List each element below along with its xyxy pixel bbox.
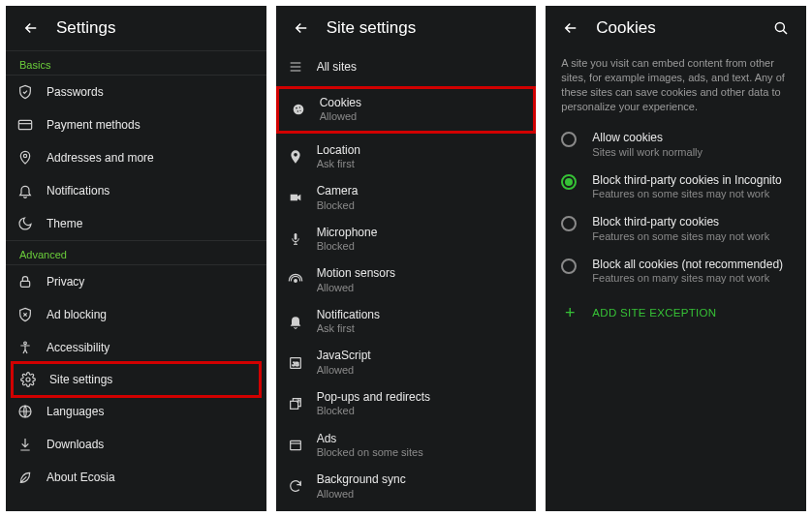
settings-item-site-settings[interactable]: Site settings bbox=[11, 361, 262, 398]
label: Block all cookies (not recommended) bbox=[592, 258, 791, 271]
location-icon bbox=[288, 149, 317, 165]
sublabel: Ask first bbox=[317, 158, 525, 170]
site-item-background-sync[interactable]: Background sync Allowed bbox=[276, 466, 537, 507]
label: Location bbox=[317, 143, 525, 157]
svg-rect-0 bbox=[18, 120, 31, 129]
settings-item-passwords[interactable]: Passwords bbox=[6, 76, 266, 108]
moon-icon bbox=[17, 216, 47, 231]
settings-panel: Settings Basics Passwords Payment method… bbox=[6, 6, 266, 511]
settings-item-notifications[interactable]: Notifications bbox=[6, 174, 266, 207]
label: All sites bbox=[317, 60, 525, 74]
sublabel: Blocked bbox=[317, 199, 525, 212]
back-button[interactable] bbox=[14, 11, 48, 46]
site-item-all-sites[interactable]: All sites bbox=[276, 50, 537, 83]
settings-item-privacy[interactable]: Privacy bbox=[6, 265, 266, 298]
label: ADD SITE EXCEPTION bbox=[592, 307, 716, 319]
svg-point-1 bbox=[23, 154, 26, 157]
svg-rect-11 bbox=[294, 233, 297, 240]
sublabel: Allowed bbox=[317, 488, 525, 501]
sublabel: Allowed bbox=[320, 110, 522, 123]
arrow-left-icon bbox=[293, 19, 310, 37]
site-item-javascript[interactable]: JS JavaScript Allowed bbox=[276, 342, 537, 383]
arrow-left-icon bbox=[562, 19, 579, 37]
settings-item-adblocking[interactable]: Ad blocking bbox=[6, 298, 266, 331]
svg-point-4 bbox=[26, 378, 30, 381]
javascript-icon: JS bbox=[288, 355, 317, 371]
shield-x-icon bbox=[17, 307, 47, 322]
lock-icon bbox=[17, 274, 47, 289]
sublabel: Sites will work normally bbox=[592, 146, 791, 158]
popup-icon bbox=[288, 396, 317, 411]
label: Pop-ups and redirects bbox=[317, 390, 525, 404]
site-item-motion-sensors[interactable]: Motion sensors Allowed bbox=[276, 259, 537, 301]
label: Notifications bbox=[47, 184, 255, 198]
settings-item-downloads[interactable]: Downloads bbox=[6, 428, 266, 461]
page-title: Settings bbox=[56, 18, 259, 38]
sublabel: Allowed bbox=[317, 364, 525, 377]
microphone-icon bbox=[288, 231, 317, 247]
settings-item-about-ecosia[interactable]: About Ecosia bbox=[6, 461, 266, 494]
bell-icon bbox=[17, 183, 47, 198]
add-site-exception-button[interactable]: + ADD SITE EXCEPTION bbox=[546, 291, 806, 335]
cookies-description: A site you visit can embed content from … bbox=[546, 50, 806, 123]
cookie-option-block-all[interactable]: Block all cookies (not recommended) Feat… bbox=[546, 250, 806, 291]
back-button[interactable] bbox=[553, 11, 588, 46]
page-title: Cookies bbox=[596, 18, 764, 38]
svg-point-12 bbox=[294, 279, 297, 282]
pin-icon bbox=[17, 150, 47, 166]
label: Site settings bbox=[49, 373, 252, 386]
accessibility-icon bbox=[17, 340, 47, 355]
radio-icon bbox=[561, 132, 577, 147]
site-item-microphone[interactable]: Microphone Blocked bbox=[276, 219, 537, 260]
header: Site settings bbox=[276, 6, 537, 50]
settings-item-languages[interactable]: Languages bbox=[6, 395, 266, 428]
label: Languages bbox=[47, 405, 255, 418]
gear-icon bbox=[20, 372, 49, 387]
settings-item-payment-methods[interactable]: Payment methods bbox=[6, 108, 266, 141]
cookie-option-allow[interactable]: Allow cookies Sites will work normally bbox=[546, 123, 806, 165]
site-settings-panel: Site settings All sites Cookies Allowed … bbox=[276, 6, 537, 511]
label: About Ecosia bbox=[47, 471, 255, 484]
settings-item-theme[interactable]: Theme bbox=[6, 207, 266, 240]
svg-point-8 bbox=[298, 107, 299, 108]
label: Downloads bbox=[47, 438, 255, 451]
label: Block third-party cookies in Incognito bbox=[592, 173, 791, 187]
site-item-ads[interactable]: Ads Blocked on some sites bbox=[276, 425, 537, 467]
header: Settings bbox=[6, 6, 266, 50]
settings-item-accessibility[interactable]: Accessibility bbox=[6, 331, 266, 364]
site-item-cookies[interactable]: Cookies Allowed bbox=[276, 86, 537, 134]
label: Notifications bbox=[317, 308, 525, 321]
site-item-notifications[interactable]: Notifications Ask first bbox=[276, 301, 537, 343]
label: Ad blocking bbox=[47, 308, 255, 321]
cookie-option-block-thirdparty[interactable]: Block third-party cookies Features on so… bbox=[546, 207, 806, 249]
cookies-panel: Cookies A site you visit can embed conte… bbox=[546, 6, 806, 511]
sublabel: Allowed bbox=[317, 282, 525, 294]
camera-icon bbox=[288, 190, 317, 205]
svg-rect-2 bbox=[20, 281, 29, 287]
svg-point-10 bbox=[299, 110, 300, 111]
radio-icon bbox=[561, 216, 577, 231]
svg-text:JS: JS bbox=[292, 360, 298, 366]
radio-icon bbox=[561, 174, 577, 190]
label: Theme bbox=[47, 217, 255, 230]
label: Camera bbox=[317, 184, 525, 198]
label: Cookies bbox=[320, 96, 522, 109]
download-icon bbox=[17, 437, 47, 452]
cookie-option-block-incognito[interactable]: Block third-party cookies in Incognito F… bbox=[546, 166, 806, 207]
svg-point-6 bbox=[293, 105, 303, 115]
list-icon bbox=[288, 59, 317, 75]
search-button[interactable] bbox=[764, 11, 798, 46]
site-item-camera[interactable]: Camera Blocked bbox=[276, 177, 537, 219]
site-item-popups[interactable]: Pop-ups and redirects Blocked bbox=[276, 383, 537, 425]
site-item-location[interactable]: Location Ask first bbox=[276, 137, 537, 178]
label: Accessibility bbox=[47, 341, 255, 354]
back-button[interactable] bbox=[284, 11, 319, 46]
arrow-left-icon bbox=[22, 19, 40, 37]
cookie-icon bbox=[291, 102, 320, 117]
settings-item-addresses[interactable]: Addresses and more bbox=[6, 141, 266, 174]
page-title: Site settings bbox=[327, 18, 529, 38]
header: Cookies bbox=[546, 6, 806, 50]
plus-icon: + bbox=[561, 303, 578, 323]
sublabel: Blocked bbox=[317, 240, 525, 253]
label: JavaScript bbox=[317, 349, 525, 362]
